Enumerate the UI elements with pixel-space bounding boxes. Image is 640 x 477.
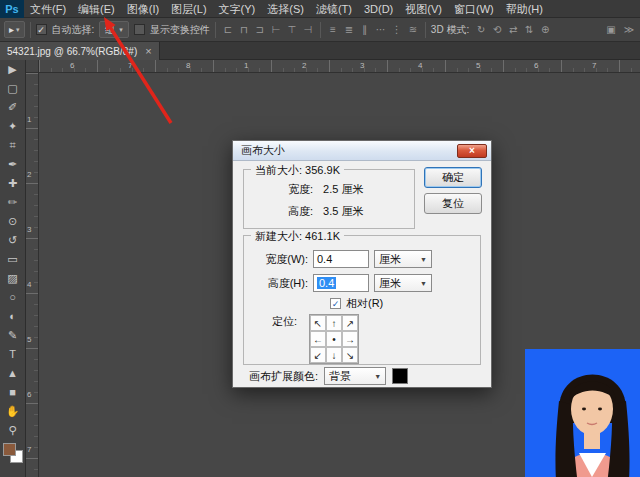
extension-color-swatch[interactable] xyxy=(392,368,408,384)
brush-tool[interactable]: ✏ xyxy=(1,193,25,212)
h-ruler-mark: 2 xyxy=(302,61,306,70)
anchor-cell-0[interactable]: ↖ xyxy=(310,315,326,331)
photo-eye-left xyxy=(582,408,586,411)
align-icons: ⊏⊓⊐⊢⊤⊣ xyxy=(221,22,315,37)
toolbox-tools: ▶▢✐✦⌗✒✚✏⊙↺▭▨○◐✎T▲■✋⚲ xyxy=(0,60,25,440)
options-right-icon-1[interactable]: ≫ xyxy=(622,22,636,37)
reset-button[interactable]: 复位 xyxy=(424,193,482,214)
auto-select-target-dropdown[interactable]: 组 ▾ xyxy=(99,21,129,38)
shape-tool[interactable]: ■ xyxy=(1,383,25,402)
path-selection-tool[interactable]: ▲ xyxy=(1,364,25,383)
distribute-icon-5[interactable]: ≋ xyxy=(406,22,420,37)
menu-item-layer[interactable]: 图层(L) xyxy=(165,0,212,18)
type-tool[interactable]: T xyxy=(1,345,25,364)
menu-item-image[interactable]: 图像(I) xyxy=(121,0,165,18)
width-unit-select[interactable]: 厘米 ▼ xyxy=(374,250,432,268)
current-size-header: 当前大小: 356.9K xyxy=(251,163,344,178)
move-tool[interactable]: ▶ xyxy=(1,60,25,79)
history-brush-tool[interactable]: ↺ xyxy=(1,231,25,250)
align-icon-3[interactable]: ⊢ xyxy=(269,22,283,37)
height-unit-select[interactable]: 厘米 ▼ xyxy=(374,274,432,292)
lasso-tool[interactable]: ✐ xyxy=(1,98,25,117)
toolbox: ▶▢✐✦⌗✒✚✏⊙↺▭▨○◐✎T▲■✋⚲ xyxy=(0,60,26,477)
3d-mode-icon-1[interactable]: ⟲ xyxy=(490,22,504,37)
3d-mode-icon-3[interactable]: ⇅ xyxy=(522,22,536,37)
hand-tool[interactable]: ✋ xyxy=(1,402,25,421)
distribute-icon-4[interactable]: ⋮ xyxy=(390,22,404,37)
mode-3d-label: 3D 模式: xyxy=(431,23,469,37)
anchor-cell-3[interactable]: ← xyxy=(310,331,326,347)
distribute-icon-0[interactable]: ≡ xyxy=(326,22,340,37)
height-input[interactable]: 0.4 xyxy=(313,274,369,292)
close-icon[interactable]: × xyxy=(145,46,151,56)
anchor-cell-2[interactable]: ↗ xyxy=(342,315,358,331)
ok-button[interactable]: 确定 xyxy=(424,167,482,188)
extension-color-select[interactable]: 背景 ▼ xyxy=(324,367,386,385)
options-bar: ▸ ▾ 自动选择: 组 ▾ 显示变换控件 ⊏⊓⊐⊢⊤⊣ ≡≣∥⋯⋮≋ 3D 模式… xyxy=(0,18,640,42)
menu-item-type[interactable]: 文字(Y) xyxy=(213,0,262,18)
chevron-down-icon: ▾ xyxy=(119,26,123,34)
dodge-tool[interactable]: ◐ xyxy=(1,307,25,326)
document-photo xyxy=(525,349,640,477)
3d-mode-icon-2[interactable]: ⇄ xyxy=(506,22,520,37)
pen-tool[interactable]: ✎ xyxy=(1,326,25,345)
show-transform-checkbox[interactable] xyxy=(134,24,145,35)
options-right-icon-0[interactable]: ▣ xyxy=(604,22,618,37)
relative-checkbox[interactable] xyxy=(330,298,341,309)
h-ruler-mark: 5 xyxy=(476,61,480,70)
menu-item-view[interactable]: 视图(V) xyxy=(399,0,448,18)
anchor-cell-7[interactable]: ↓ xyxy=(326,347,342,363)
healing-brush-tool[interactable]: ✚ xyxy=(1,174,25,193)
anchor-cell-5[interactable]: → xyxy=(342,331,358,347)
anchor-grid[interactable]: ↖↑↗←•→↙↓↘ xyxy=(309,314,359,364)
marquee-tool[interactable]: ▢ xyxy=(1,79,25,98)
height-value: 0.4 xyxy=(317,277,336,289)
menu-item-help[interactable]: 帮助(H) xyxy=(500,0,549,18)
3d-mode-icon-0[interactable]: ↻ xyxy=(474,22,488,37)
quick-selection-tool[interactable]: ✦ xyxy=(1,117,25,136)
menu-item-window[interactable]: 窗口(W) xyxy=(448,0,500,18)
distribute-icon-1[interactable]: ≣ xyxy=(342,22,356,37)
height-unit-value: 厘米 xyxy=(379,276,401,291)
distribute-icon-2[interactable]: ∥ xyxy=(358,22,372,37)
new-size-header: 新建大小: 461.1K xyxy=(251,229,344,244)
distribute-icon-3[interactable]: ⋯ xyxy=(374,22,388,37)
color-swatches[interactable] xyxy=(3,443,23,463)
v-ruler-mark: 5 xyxy=(27,335,31,344)
document-tab[interactable]: 54321.jpg @ 66.7%(RGB/8#) × xyxy=(0,42,160,60)
3d-mode-icon-4[interactable]: ⊕ xyxy=(538,22,552,37)
align-icon-0[interactable]: ⊏ xyxy=(221,22,235,37)
v-ruler[interactable]: 1234567 xyxy=(26,73,39,477)
menu-item-select[interactable]: 选择(S) xyxy=(261,0,310,18)
menu-item-filter[interactable]: 滤镜(T) xyxy=(310,0,358,18)
align-icon-4[interactable]: ⊤ xyxy=(285,22,299,37)
clone-stamp-tool[interactable]: ⊙ xyxy=(1,212,25,231)
dialog-close-button[interactable]: × xyxy=(457,144,487,158)
anchor-cell-1[interactable]: ↑ xyxy=(326,315,342,331)
zoom-tool[interactable]: ⚲ xyxy=(1,421,25,440)
anchor-cell-8[interactable]: ↘ xyxy=(342,347,358,363)
foreground-color-swatch[interactable] xyxy=(3,443,16,456)
distribute-icons: ≡≣∥⋯⋮≋ xyxy=(326,22,420,37)
blur-tool[interactable]: ○ xyxy=(1,288,25,307)
tool-preset-dropdown[interactable]: ▸ ▾ xyxy=(4,21,25,38)
chevron-down-icon: ▾ xyxy=(16,26,20,34)
auto-select-checkbox[interactable] xyxy=(36,24,47,35)
crop-tool[interactable]: ⌗ xyxy=(1,136,25,155)
anchor-cell-6[interactable]: ↙ xyxy=(310,347,326,363)
gradient-tool[interactable]: ▨ xyxy=(1,269,25,288)
mode-3d-icons: ↻⟲⇄⇅⊕ xyxy=(474,22,552,37)
h-ruler[interactable]: 6781234567 xyxy=(39,60,640,73)
eraser-tool[interactable]: ▭ xyxy=(1,250,25,269)
eyedropper-tool[interactable]: ✒ xyxy=(1,155,25,174)
menu-item-3d[interactable]: 3D(D) xyxy=(358,0,399,18)
width-input[interactable]: 0.4 xyxy=(313,250,369,268)
anchor-row: 定位: ↖↑↗←•→↙↓↘ xyxy=(272,314,359,364)
menu-item-edit[interactable]: 编辑(E) xyxy=(72,0,121,18)
dialog-titlebar[interactable]: 画布大小 × xyxy=(233,141,491,161)
menu-item-file[interactable]: 文件(F) xyxy=(24,0,72,18)
align-icon-5[interactable]: ⊣ xyxy=(301,22,315,37)
align-icon-1[interactable]: ⊓ xyxy=(237,22,251,37)
align-icon-2[interactable]: ⊐ xyxy=(253,22,267,37)
anchor-cell-4[interactable]: • xyxy=(326,331,342,347)
